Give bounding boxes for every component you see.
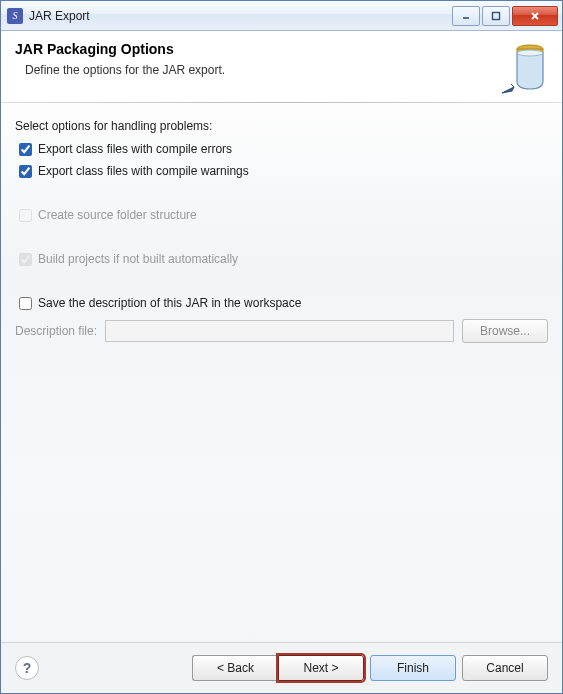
minimize-button[interactable]	[452, 6, 480, 26]
jar-export-dialog: S JAR Export JAR Packaging Options Defin…	[0, 0, 563, 694]
window-title: JAR Export	[29, 9, 452, 23]
export-errors-input[interactable]	[19, 143, 32, 156]
wizard-footer: ? < Back Next > Finish Cancel	[1, 642, 562, 693]
export-warnings-label: Export class files with compile warnings	[38, 164, 249, 178]
next-button[interactable]: Next >	[278, 655, 364, 681]
create-source-folder-label: Create source folder structure	[38, 208, 197, 222]
export-warnings-checkbox[interactable]: Export class files with compile warnings	[19, 161, 548, 181]
page-title: JAR Packaging Options	[15, 41, 548, 57]
wizard-header: JAR Packaging Options Define the options…	[1, 31, 562, 103]
help-icon: ?	[23, 660, 32, 676]
browse-button: Browse...	[462, 319, 548, 343]
back-button[interactable]: < Back	[192, 655, 278, 681]
build-projects-checkbox: Build projects if not built automaticall…	[19, 249, 548, 269]
export-errors-label: Export class files with compile errors	[38, 142, 232, 156]
content-area: Select options for handling problems: Ex…	[1, 103, 562, 642]
save-description-label: Save the description of this JAR in the …	[38, 296, 301, 310]
cancel-button[interactable]: Cancel	[462, 655, 548, 681]
titlebar: S JAR Export	[1, 1, 562, 31]
create-source-folder-input	[19, 209, 32, 222]
description-file-label: Description file:	[15, 324, 97, 338]
help-button[interactable]: ?	[15, 656, 39, 680]
build-projects-input	[19, 253, 32, 266]
problems-section-label: Select options for handling problems:	[15, 119, 548, 133]
page-subtitle: Define the options for the JAR export.	[25, 63, 548, 77]
close-button[interactable]	[512, 6, 558, 26]
svg-rect-1	[493, 12, 500, 19]
window-controls	[452, 6, 558, 26]
svg-point-6	[517, 50, 543, 56]
export-warnings-input[interactable]	[19, 165, 32, 178]
build-projects-label: Build projects if not built automaticall…	[38, 252, 238, 266]
save-description-checkbox[interactable]: Save the description of this JAR in the …	[19, 293, 548, 313]
jar-icon	[500, 39, 550, 99]
maximize-button[interactable]	[482, 6, 510, 26]
finish-button[interactable]: Finish	[370, 655, 456, 681]
create-source-folder-checkbox: Create source folder structure	[19, 205, 548, 225]
description-file-input	[105, 320, 454, 342]
save-description-input[interactable]	[19, 297, 32, 310]
app-icon: S	[7, 8, 23, 24]
export-errors-checkbox[interactable]: Export class files with compile errors	[19, 139, 548, 159]
description-file-row: Description file: Browse...	[15, 319, 548, 343]
